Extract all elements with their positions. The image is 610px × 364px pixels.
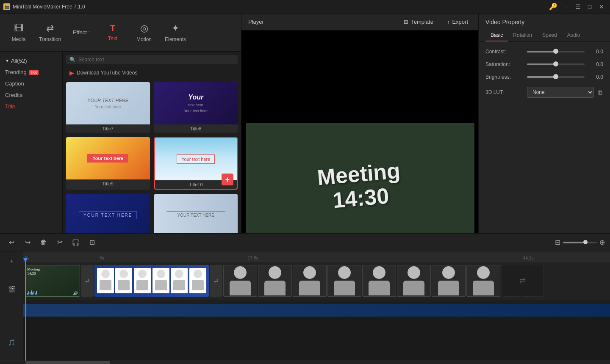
person-card-8[interactable]	[466, 265, 500, 297]
zoom-slider[interactable]	[563, 242, 597, 243]
app-title: MiniTool MovieMaker Free 7.1.0	[13, 4, 549, 10]
timeline-ruler: 0s 6s 17.9s 44.1s	[23, 251, 610, 262]
category-credits[interactable]: Credits	[0, 89, 62, 101]
motion-icon: ◎	[140, 23, 148, 34]
search-input[interactable]	[78, 57, 234, 63]
brightness-fill	[527, 76, 556, 78]
clip-transition-2[interactable]: ⇄	[210, 265, 222, 297]
clip-transition-1[interactable]: ⇄	[81, 265, 94, 297]
category-title[interactable]: Title	[0, 101, 62, 112]
player-label: Player	[248, 19, 394, 25]
template-button[interactable]: ⊞ Template	[400, 17, 437, 27]
undo-button[interactable]: ↩	[5, 236, 18, 249]
person-card-2[interactable]	[258, 265, 292, 297]
category-all-label: All(52)	[11, 58, 27, 64]
template-title10[interactable]: Your text here + ↓ Title10	[154, 137, 238, 190]
clip-meeting-text: Meeting14:30	[27, 267, 40, 276]
music-track-icon: 🎵	[5, 336, 18, 349]
scrollbar-thumb[interactable]	[25, 361, 110, 364]
template-btn-label: Template	[411, 19, 433, 25]
person-1	[97, 268, 114, 293]
zoom-out-button[interactable]: ⊟	[555, 238, 560, 246]
settings-button[interactable]: ☰	[573, 2, 583, 12]
contrast-slider[interactable]	[527, 51, 585, 52]
toolbar: 🎞 Media ⇄ Transition Effect : T Text ◎ M…	[0, 14, 241, 52]
audio-button[interactable]: 🎧	[69, 236, 82, 249]
title7-label: Title7	[66, 124, 150, 133]
category-caption[interactable]: Caption	[0, 78, 62, 89]
horizontal-scrollbar[interactable]	[0, 361, 610, 364]
transition-label: Transition	[39, 36, 61, 42]
person-card-5[interactable]	[362, 265, 396, 297]
tracks: Meeting14:30 🔊	[23, 262, 610, 361]
timeline-section: ↩ ↪ 🗑 ✂ 🎧 ⊡ ⊟ ⊕ ＋ 🎬 🎵 0s	[0, 233, 610, 364]
cut-button[interactable]: ✂	[53, 236, 66, 249]
category-trending[interactable]: Trending Hot	[0, 66, 62, 78]
template-title9[interactable]: Your text here Title9	[66, 137, 150, 190]
toolbar-transition[interactable]: ⇄ Transition	[35, 17, 65, 48]
saturation-value: 0.0	[588, 61, 603, 67]
toolbar-elements[interactable]: ✦ Elements	[160, 17, 191, 48]
export-button[interactable]: ↑ Export	[444, 17, 471, 27]
person-card-7[interactable]	[432, 265, 466, 297]
person-card-6[interactable]	[397, 265, 431, 297]
restore-button[interactable]: □	[585, 2, 595, 12]
playhead	[25, 262, 26, 361]
elements-icon: ✦	[172, 23, 179, 34]
saturation-slider[interactable]	[527, 63, 585, 65]
redo-button[interactable]: ↪	[21, 236, 34, 249]
category-all[interactable]: ▼ All(52)	[0, 55, 62, 66]
zoom-in-button[interactable]: ⊕	[599, 238, 605, 246]
empty-track-end: ⇄	[501, 265, 543, 297]
tab-audio[interactable]: Audio	[562, 30, 585, 41]
timeline-toolbar: ↩ ↪ 🗑 ✂ 🎧 ⊡ ⊟ ⊕	[0, 234, 610, 251]
brightness-slider[interactable]	[527, 76, 585, 78]
lut-delete-button[interactable]: 🗑	[597, 89, 603, 96]
crop-button[interactable]: ⊡	[86, 236, 98, 249]
toolbar-media[interactable]: 🎞 Media	[3, 17, 34, 48]
download-label: Download YouTube Videos	[77, 70, 137, 76]
player-header: Player ⊞ Template ↑ Export	[241, 14, 478, 30]
tab-basic[interactable]: Basic	[485, 30, 508, 41]
person-card-3[interactable]	[293, 265, 327, 297]
person-card-4[interactable]	[327, 265, 361, 297]
zoom-fill	[563, 242, 583, 243]
close-button[interactable]: ✕	[596, 2, 607, 12]
delete-button[interactable]: 🗑	[37, 236, 50, 249]
person-cards-row	[223, 265, 500, 297]
brightness-row: Brightness: 0.0	[485, 74, 603, 80]
tab-speed[interactable]: Speed	[537, 30, 562, 41]
search-bar[interactable]: 🔍	[66, 55, 238, 64]
media-label: Media	[12, 36, 26, 42]
template-title8[interactable]: Your text here Your text here Title8	[154, 82, 238, 133]
clip-people-group[interactable]	[94, 265, 209, 297]
add-template-button[interactable]: +	[222, 174, 233, 185]
lut-select[interactable]: None	[527, 87, 594, 98]
minimize-button[interactable]: ─	[561, 2, 571, 12]
swap-arrows: ⇄	[519, 276, 526, 285]
timeline-main[interactable]: 0s 6s 17.9s 44.1s Meeting14:30	[23, 251, 610, 361]
brightness-thumb	[553, 74, 558, 79]
title-label: Title	[5, 103, 15, 110]
download-bar[interactable]: ▶ Download YouTube Videos	[66, 68, 238, 78]
audio-waveform	[23, 304, 610, 317]
saturation-thumb	[553, 61, 558, 66]
export-icon: ↑	[447, 19, 450, 25]
clip-meeting[interactable]: Meeting14:30 🔊	[25, 265, 80, 297]
arrow-icon: ▼	[5, 58, 9, 63]
add-track-button[interactable]: ＋	[5, 255, 18, 267]
export-btn-label: Export	[452, 19, 468, 25]
toolbar-motion[interactable]: ◎ Motion	[129, 17, 159, 48]
trending-label: Trending	[5, 69, 27, 75]
app-icon: 🎬	[3, 3, 10, 10]
text-icon: T	[110, 23, 115, 33]
tab-rotation[interactable]: Rotation	[508, 30, 537, 41]
video-track-icon: 🎬	[5, 283, 18, 295]
toolbar-text[interactable]: T Text	[97, 17, 128, 48]
person-card-1[interactable]	[223, 265, 257, 297]
template-title7[interactable]: YOUR TEXT HERE Your text here Title7	[66, 82, 150, 133]
media-icon: 🎞	[14, 23, 23, 34]
thumb-title12: YOUR TEXT HERE	[154, 194, 238, 236]
thumb-title8: Your text here Your text here	[154, 82, 238, 124]
contrast-row: Contrast: 0.0	[485, 49, 603, 55]
